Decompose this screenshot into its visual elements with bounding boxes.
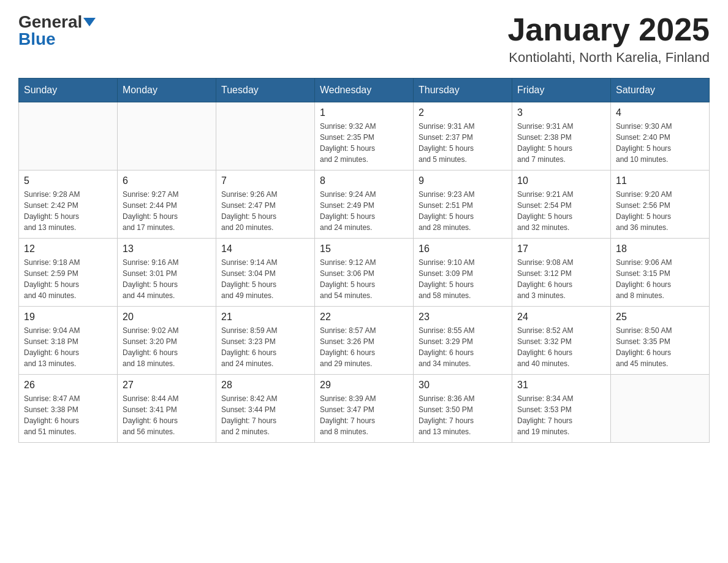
calendar-cell: 31Sunrise: 8:34 AMSunset: 3:53 PMDayligh… bbox=[512, 375, 611, 443]
calendar-cell: 30Sunrise: 8:36 AMSunset: 3:50 PMDayligh… bbox=[414, 375, 512, 443]
weekday-header-sunday: Sunday bbox=[19, 79, 118, 102]
day-info: Sunrise: 8:44 AMSunset: 3:41 PMDaylight:… bbox=[123, 393, 211, 437]
day-number: 24 bbox=[517, 312, 605, 323]
day-number: 5 bbox=[24, 175, 112, 186]
day-number: 29 bbox=[320, 380, 408, 391]
day-info: Sunrise: 8:36 AMSunset: 3:50 PMDaylight:… bbox=[419, 393, 507, 437]
day-info: Sunrise: 8:52 AMSunset: 3:32 PMDaylight:… bbox=[517, 325, 605, 369]
calendar-cell: 3Sunrise: 9:31 AMSunset: 2:38 PMDaylight… bbox=[512, 102, 611, 170]
day-number: 25 bbox=[616, 312, 704, 323]
calendar-cell bbox=[216, 102, 315, 170]
day-number: 3 bbox=[517, 107, 605, 118]
page-header: General Blue January 2025 Kontiolahti, N… bbox=[18, 12, 710, 66]
calendar-cell: 2Sunrise: 9:31 AMSunset: 2:37 PMDaylight… bbox=[414, 102, 512, 170]
day-number: 2 bbox=[419, 107, 507, 118]
logo-blue: Blue bbox=[18, 29, 56, 49]
day-number: 30 bbox=[419, 380, 507, 391]
calendar-cell: 21Sunrise: 8:59 AMSunset: 3:23 PMDayligh… bbox=[216, 307, 315, 375]
day-number: 19 bbox=[24, 312, 112, 323]
calendar-cell: 12Sunrise: 9:18 AMSunset: 2:59 PMDayligh… bbox=[19, 239, 118, 307]
day-number: 10 bbox=[517, 175, 605, 186]
day-number: 8 bbox=[320, 175, 408, 186]
day-info: Sunrise: 9:31 AMSunset: 2:38 PMDaylight:… bbox=[517, 121, 605, 165]
day-number: 23 bbox=[419, 312, 507, 323]
day-info: Sunrise: 9:26 AMSunset: 2:47 PMDaylight:… bbox=[221, 189, 309, 233]
day-info: Sunrise: 9:04 AMSunset: 3:18 PMDaylight:… bbox=[24, 325, 112, 369]
day-number: 20 bbox=[123, 312, 211, 323]
weekday-header-saturday: Saturday bbox=[611, 79, 710, 102]
calendar-cell: 6Sunrise: 9:27 AMSunset: 2:44 PMDaylight… bbox=[118, 170, 216, 239]
day-info: Sunrise: 9:10 AMSunset: 3:09 PMDaylight:… bbox=[419, 257, 507, 301]
calendar-table: SundayMondayTuesdayWednesdayThursdayFrid… bbox=[18, 78, 710, 443]
weekday-header-row: SundayMondayTuesdayWednesdayThursdayFrid… bbox=[19, 79, 710, 102]
weekday-header-monday: Monday bbox=[118, 79, 216, 102]
calendar-cell: 11Sunrise: 9:20 AMSunset: 2:56 PMDayligh… bbox=[611, 170, 710, 239]
calendar-cell: 16Sunrise: 9:10 AMSunset: 3:09 PMDayligh… bbox=[414, 239, 512, 307]
weekday-header-tuesday: Tuesday bbox=[216, 79, 315, 102]
day-info: Sunrise: 9:30 AMSunset: 2:40 PMDaylight:… bbox=[616, 121, 704, 165]
day-info: Sunrise: 8:57 AMSunset: 3:26 PMDaylight:… bbox=[320, 325, 408, 369]
logo-triangle-icon bbox=[83, 18, 96, 26]
day-info: Sunrise: 9:23 AMSunset: 2:51 PMDaylight:… bbox=[419, 189, 507, 233]
calendar-cell: 24Sunrise: 8:52 AMSunset: 3:32 PMDayligh… bbox=[512, 307, 611, 375]
calendar-cell: 26Sunrise: 8:47 AMSunset: 3:38 PMDayligh… bbox=[19, 375, 118, 443]
calendar-cell bbox=[19, 102, 118, 170]
day-number: 26 bbox=[24, 380, 112, 391]
calendar-cell: 20Sunrise: 9:02 AMSunset: 3:20 PMDayligh… bbox=[118, 307, 216, 375]
calendar-week-row: 1Sunrise: 9:32 AMSunset: 2:35 PMDaylight… bbox=[19, 102, 710, 170]
calendar-cell: 14Sunrise: 9:14 AMSunset: 3:04 PMDayligh… bbox=[216, 239, 315, 307]
day-number: 28 bbox=[221, 380, 309, 391]
day-info: Sunrise: 9:20 AMSunset: 2:56 PMDaylight:… bbox=[616, 189, 704, 233]
day-number: 14 bbox=[221, 243, 309, 255]
day-number: 15 bbox=[320, 243, 408, 255]
calendar-cell: 28Sunrise: 8:42 AMSunset: 3:44 PMDayligh… bbox=[216, 375, 315, 443]
calendar-cell: 18Sunrise: 9:06 AMSunset: 3:15 PMDayligh… bbox=[611, 239, 710, 307]
calendar-subtitle: Kontiolahti, North Karelia, Finland bbox=[507, 50, 710, 66]
day-number: 17 bbox=[517, 243, 605, 255]
calendar-week-row: 26Sunrise: 8:47 AMSunset: 3:38 PMDayligh… bbox=[19, 375, 710, 443]
day-info: Sunrise: 9:18 AMSunset: 2:59 PMDaylight:… bbox=[24, 257, 112, 301]
logo: General Blue bbox=[18, 12, 96, 49]
weekday-header-thursday: Thursday bbox=[414, 79, 512, 102]
day-info: Sunrise: 9:24 AMSunset: 2:49 PMDaylight:… bbox=[320, 189, 408, 233]
day-info: Sunrise: 8:47 AMSunset: 3:38 PMDaylight:… bbox=[24, 393, 112, 437]
day-info: Sunrise: 9:32 AMSunset: 2:35 PMDaylight:… bbox=[320, 121, 408, 165]
calendar-cell: 15Sunrise: 9:12 AMSunset: 3:06 PMDayligh… bbox=[315, 239, 414, 307]
day-info: Sunrise: 9:16 AMSunset: 3:01 PMDaylight:… bbox=[123, 257, 211, 301]
day-number: 1 bbox=[320, 107, 408, 118]
day-number: 11 bbox=[616, 175, 704, 186]
calendar-week-row: 12Sunrise: 9:18 AMSunset: 2:59 PMDayligh… bbox=[19, 239, 710, 307]
calendar-cell: 27Sunrise: 8:44 AMSunset: 3:41 PMDayligh… bbox=[118, 375, 216, 443]
day-number: 13 bbox=[123, 243, 211, 255]
calendar-cell: 4Sunrise: 9:30 AMSunset: 2:40 PMDaylight… bbox=[611, 102, 710, 170]
weekday-header-wednesday: Wednesday bbox=[315, 79, 414, 102]
day-info: Sunrise: 9:08 AMSunset: 3:12 PMDaylight:… bbox=[517, 257, 605, 301]
calendar-cell: 19Sunrise: 9:04 AMSunset: 3:18 PMDayligh… bbox=[19, 307, 118, 375]
calendar-cell: 8Sunrise: 9:24 AMSunset: 2:49 PMDaylight… bbox=[315, 170, 414, 239]
day-info: Sunrise: 9:27 AMSunset: 2:44 PMDaylight:… bbox=[123, 189, 211, 233]
calendar-cell bbox=[611, 375, 710, 443]
title-section: January 2025 Kontiolahti, North Karelia,… bbox=[507, 12, 710, 66]
day-number: 4 bbox=[616, 107, 704, 118]
calendar-cell: 9Sunrise: 9:23 AMSunset: 2:51 PMDaylight… bbox=[414, 170, 512, 239]
day-info: Sunrise: 8:59 AMSunset: 3:23 PMDaylight:… bbox=[221, 325, 309, 369]
day-info: Sunrise: 9:02 AMSunset: 3:20 PMDaylight:… bbox=[123, 325, 211, 369]
day-number: 16 bbox=[419, 243, 507, 255]
day-info: Sunrise: 8:55 AMSunset: 3:29 PMDaylight:… bbox=[419, 325, 507, 369]
day-number: 6 bbox=[123, 175, 211, 186]
day-number: 21 bbox=[221, 312, 309, 323]
calendar-cell: 5Sunrise: 9:28 AMSunset: 2:42 PMDaylight… bbox=[19, 170, 118, 239]
day-info: Sunrise: 9:06 AMSunset: 3:15 PMDaylight:… bbox=[616, 257, 704, 301]
weekday-header-friday: Friday bbox=[512, 79, 611, 102]
day-info: Sunrise: 9:21 AMSunset: 2:54 PMDaylight:… bbox=[517, 189, 605, 233]
day-number: 22 bbox=[320, 312, 408, 323]
calendar-title: January 2025 bbox=[507, 12, 710, 47]
day-info: Sunrise: 8:42 AMSunset: 3:44 PMDaylight:… bbox=[221, 393, 309, 437]
day-info: Sunrise: 9:14 AMSunset: 3:04 PMDaylight:… bbox=[221, 257, 309, 301]
day-info: Sunrise: 8:50 AMSunset: 3:35 PMDaylight:… bbox=[616, 325, 704, 369]
calendar-cell: 29Sunrise: 8:39 AMSunset: 3:47 PMDayligh… bbox=[315, 375, 414, 443]
day-number: 31 bbox=[517, 380, 605, 391]
calendar-cell: 1Sunrise: 9:32 AMSunset: 2:35 PMDaylight… bbox=[315, 102, 414, 170]
day-info: Sunrise: 8:34 AMSunset: 3:53 PMDaylight:… bbox=[517, 393, 605, 437]
day-number: 18 bbox=[616, 243, 704, 255]
